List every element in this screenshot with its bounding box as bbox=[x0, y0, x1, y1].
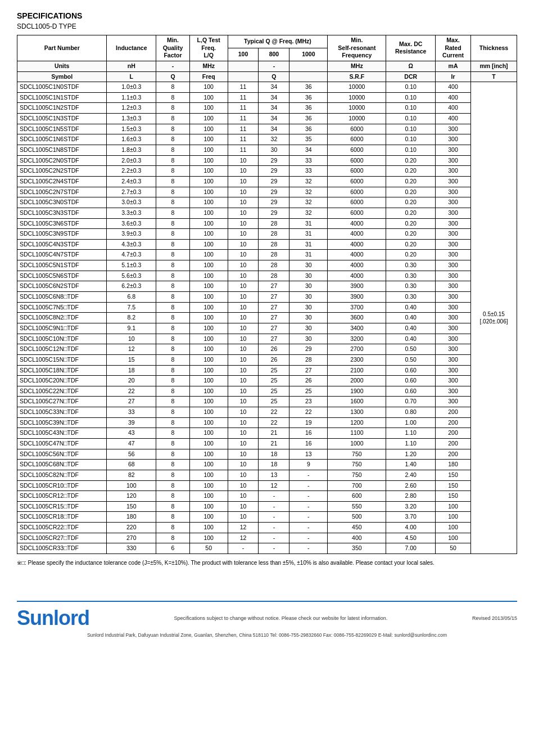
cell-33-1: 43 bbox=[107, 428, 156, 439]
cell-7-6: 33 bbox=[289, 155, 328, 166]
cell-23-0: SDCL1005C9N1□TDF bbox=[17, 323, 107, 334]
cell-14-1: 3.9±0.3 bbox=[107, 229, 156, 240]
table-row: SDCL1005C5N6STDF5.6±0.3810010283040000.3… bbox=[17, 271, 517, 281]
table-row: SDCL1005C1N5STDF1.5±0.3810011343660000.1… bbox=[17, 124, 517, 134]
cell-32-1: 39 bbox=[107, 417, 156, 428]
cell-17-2: 8 bbox=[156, 260, 190, 271]
cell-27-4: 10 bbox=[228, 365, 259, 376]
cell-9-1: 2.4±0.3 bbox=[107, 176, 156, 187]
cell-21-9: 300 bbox=[436, 302, 471, 313]
cell-22-9: 300 bbox=[436, 313, 471, 323]
cell-23-7: 3400 bbox=[328, 323, 386, 334]
cell-10-2: 8 bbox=[156, 187, 190, 197]
cell-39-2: 8 bbox=[156, 491, 190, 502]
cell-40-7: 550 bbox=[328, 501, 386, 512]
cell-25-5: 26 bbox=[259, 344, 289, 355]
cell-31-4: 10 bbox=[228, 407, 259, 418]
cell-30-3: 100 bbox=[189, 397, 228, 407]
cell-22-0: SDCL1005C8N2□TDF bbox=[17, 313, 107, 323]
cell-11-2: 8 bbox=[156, 197, 190, 208]
table-row: SDCL1005C2N0STDF2.0±0.3810010293360000.2… bbox=[17, 155, 517, 166]
cell-38-5: 12 bbox=[259, 480, 289, 491]
cell-44-8: 7.00 bbox=[386, 543, 436, 554]
cell-2-4: 11 bbox=[228, 103, 259, 114]
cell-12-5: 29 bbox=[259, 208, 289, 218]
col-min-q: Min.QualityFactor bbox=[156, 35, 190, 61]
cell-4-6: 36 bbox=[289, 124, 328, 134]
cell-42-2: 8 bbox=[156, 523, 190, 533]
cell-9-6: 32 bbox=[289, 176, 328, 187]
cell-9-3: 100 bbox=[189, 176, 228, 187]
cell-13-3: 100 bbox=[189, 218, 228, 229]
cell-42-7: 450 bbox=[328, 523, 386, 533]
cell-8-0: SDCL1005C2N2STDF bbox=[17, 166, 107, 177]
cell-43-0: SDCL1005CR27□TDF bbox=[17, 533, 107, 543]
cell-7-3: 100 bbox=[189, 155, 228, 166]
cell-38-6: - bbox=[289, 480, 328, 491]
cell-44-9: 50 bbox=[436, 543, 471, 554]
cell-0-3: 100 bbox=[189, 82, 228, 93]
footer-address: Sunlord Industrial Park, Dafuyuan Indust… bbox=[17, 632, 517, 638]
cell-22-2: 8 bbox=[156, 313, 190, 323]
cell-26-7: 2300 bbox=[328, 354, 386, 365]
cell-30-7: 1600 bbox=[328, 397, 386, 407]
table-row: SDCL1005C56N□TDF5681001018137501.20200 bbox=[17, 449, 517, 460]
cell-12-3: 100 bbox=[189, 208, 228, 218]
cell-40-2: 8 bbox=[156, 501, 190, 512]
table-row: SDCL1005C4N7STDF4.7±0.3810010283140000.2… bbox=[17, 250, 517, 260]
cell-37-0: SDCL1005C82N□TDF bbox=[17, 470, 107, 480]
cell-39-3: 100 bbox=[189, 491, 228, 502]
cell-19-8: 0.30 bbox=[386, 281, 436, 292]
cell-35-7: 750 bbox=[328, 449, 386, 460]
cell-41-9: 100 bbox=[436, 512, 471, 523]
cell-14-5: 28 bbox=[259, 229, 289, 240]
cell-41-0: SDCL1005CR18□TDF bbox=[17, 512, 107, 523]
cell-38-1: 100 bbox=[107, 480, 156, 491]
cell-35-9: 200 bbox=[436, 449, 471, 460]
cell-2-1: 1.2±0.3 bbox=[107, 103, 156, 114]
cell-20-5: 27 bbox=[259, 292, 289, 303]
table-row: SDCL1005C1N0STDF1.0±0.38100113436100000.… bbox=[17, 82, 517, 93]
cell-8-8: 0.20 bbox=[386, 166, 436, 177]
table-row: SDCL1005C1N8STDF1.8±0.3810011303460000.1… bbox=[17, 145, 517, 156]
cell-16-7: 4000 bbox=[328, 250, 386, 260]
cell-4-0: SDCL1005C1N5STDF bbox=[17, 124, 107, 134]
cell-0-7: 10000 bbox=[328, 82, 386, 93]
cell-31-1: 33 bbox=[107, 407, 156, 418]
col-q-1000: 1000 bbox=[289, 48, 328, 61]
table-row: SDCL1005C33N□TDF33810010222213000.80200 bbox=[17, 407, 517, 418]
cell-5-5: 32 bbox=[259, 134, 289, 145]
cell-35-6: 13 bbox=[289, 449, 328, 460]
cell-30-4: 10 bbox=[228, 397, 259, 407]
cell-36-9: 180 bbox=[436, 460, 471, 470]
cell-10-9: 300 bbox=[436, 187, 471, 197]
cell-19-5: 27 bbox=[259, 281, 289, 292]
cell-15-8: 0.20 bbox=[386, 239, 436, 250]
cell-6-2: 8 bbox=[156, 145, 190, 156]
cell-44-2: 6 bbox=[156, 543, 190, 554]
cell-44-7: 350 bbox=[328, 543, 386, 554]
cell-32-5: 22 bbox=[259, 417, 289, 428]
cell-24-6: 30 bbox=[289, 334, 328, 344]
cell-44-1: 330 bbox=[107, 543, 156, 554]
cell-20-4: 10 bbox=[228, 292, 259, 303]
cell-24-2: 8 bbox=[156, 334, 190, 344]
units-cell-1: nH bbox=[107, 61, 156, 71]
cell-17-5: 28 bbox=[259, 260, 289, 271]
cell-11-5: 29 bbox=[259, 197, 289, 208]
cell-39-9: 150 bbox=[436, 491, 471, 502]
cell-25-4: 10 bbox=[228, 344, 259, 355]
cell-22-7: 3600 bbox=[328, 313, 386, 323]
cell-18-9: 300 bbox=[436, 271, 471, 281]
cell-32-2: 8 bbox=[156, 417, 190, 428]
cell-23-5: 27 bbox=[259, 323, 289, 334]
cell-32-0: SDCL1005C39N□TDF bbox=[17, 417, 107, 428]
cell-13-4: 10 bbox=[228, 218, 259, 229]
cell-44-0: SDCL1005CR33□TDF bbox=[17, 543, 107, 554]
cell-23-9: 300 bbox=[436, 323, 471, 334]
cell-17-3: 100 bbox=[189, 260, 228, 271]
cell-8-9: 300 bbox=[436, 166, 471, 177]
cell-25-7: 2700 bbox=[328, 344, 386, 355]
col-dcr: Max. DCResistance bbox=[386, 35, 436, 61]
cell-42-9: 100 bbox=[436, 523, 471, 533]
